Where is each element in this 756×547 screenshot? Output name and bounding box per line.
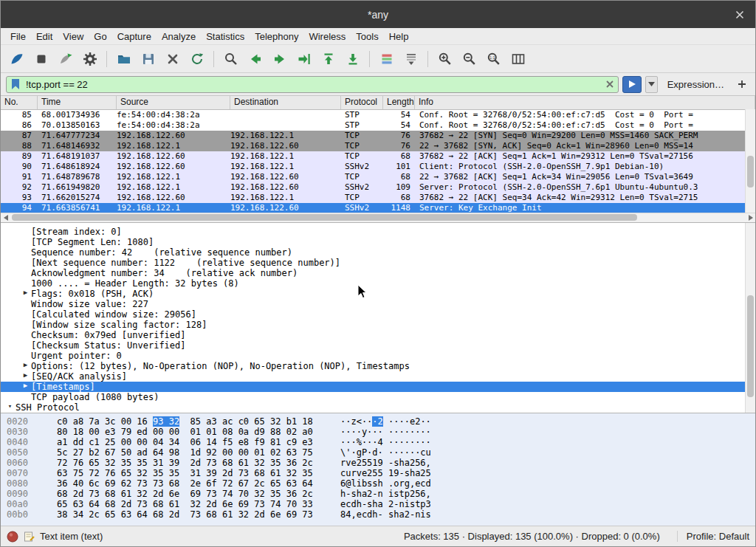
detail-row[interactable]: [Checksum Status: Unverified] (1, 340, 755, 351)
clear-filter-icon[interactable] (605, 80, 614, 89)
expression-button[interactable]: Expression… (662, 79, 730, 90)
hex-bytes[interactable]: 38 34 2c 65 63 64 68 2d 73 68 61 32 2d 6… (57, 509, 321, 520)
scroll-right-arrow[interactable] (746, 213, 755, 222)
capture-comment-icon[interactable] (24, 531, 35, 543)
scrollbar-thumb[interactable] (747, 156, 754, 187)
packet-row[interactable]: 88 71.648146932 192.168.122.1 192.168.12… (1, 141, 755, 151)
reload-file-button[interactable] (187, 49, 207, 69)
expander-icon[interactable] (20, 258, 31, 268)
zoom-in-button[interactable] (435, 49, 455, 69)
scrollbar-thumb[interactable] (12, 214, 637, 221)
hex-ascii[interactable]: ecdh-sha 2-nistp3 (340, 499, 431, 509)
apply-filter-button[interactable] (622, 76, 642, 93)
detail-row[interactable]: [Stream index: 0] (1, 227, 755, 237)
hex-ascii[interactable]: 84,ecdh- sha2-nis (340, 509, 431, 520)
status-profile[interactable]: Profile: Default (677, 531, 749, 542)
details-vscrollbar[interactable] (745, 223, 755, 413)
detail-row[interactable]: SSH Version 2 (encryption:chacha20-poly1… (1, 413, 755, 413)
bookmark-icon[interactable] (10, 78, 21, 90)
expander-icon[interactable]: ▶ (20, 371, 31, 382)
packet-row[interactable]: 85 68.001734936 fe:54:00:d4:38:2a STP 54… (1, 110, 755, 120)
hex-row[interactable]: 0050 5c 27 b2 67 50 ad 64 98 1d 92 00 00… (7, 447, 755, 458)
detail-row[interactable]: Urgent pointer: 0 (1, 351, 755, 361)
column-header-protocol[interactable]: Protocol (341, 96, 383, 109)
open-file-button[interactable] (114, 49, 134, 69)
find-packet-button[interactable] (221, 49, 241, 69)
expander-icon[interactable] (20, 247, 31, 258)
column-header-source[interactable]: Source (117, 96, 230, 109)
capture-stop-button[interactable] (31, 49, 51, 69)
hex-bytes[interactable]: 63 75 72 76 65 32 35 35 31 39 2d 73 68 6… (57, 468, 321, 478)
expander-icon[interactable]: ▶ (20, 382, 31, 392)
expander-icon[interactable] (20, 320, 31, 330)
detail-row[interactable]: Acknowledgment number: 34 (relative ack … (1, 268, 755, 278)
hex-row[interactable]: 0070 63 75 72 76 65 32 35 35 31 39 2d 73… (7, 468, 755, 478)
hex-ascii[interactable]: ··z<···2 ····e2·· (340, 416, 431, 427)
detail-row[interactable]: Window size value: 227 (1, 299, 755, 309)
hex-ascii[interactable]: ···%···4 ········ (340, 437, 431, 447)
menu-item[interactable]: Capture (112, 30, 157, 44)
scroll-left-arrow[interactable] (1, 213, 10, 222)
detail-row[interactable]: TCP payload (1080 bytes) (1, 392, 755, 402)
close-window-button[interactable] (732, 1, 748, 28)
hex-bytes[interactable]: 36 40 6c 69 62 73 73 68 2e 6f 72 67 2c 6… (57, 478, 321, 489)
go-last-button[interactable] (343, 49, 362, 69)
column-header-no[interactable]: No. (1, 96, 38, 109)
hex-row[interactable]: 0090 68 2d 73 68 61 32 2d 6e 69 73 74 70… (7, 489, 755, 499)
packet-row[interactable]: 90 71.648618924 192.168.122.60 192.168.1… (1, 162, 755, 172)
detail-row[interactable]: ▶ [Timestamps] (1, 382, 755, 392)
close-file-button[interactable] (162, 49, 182, 69)
hex-row[interactable]: 0020 c0 a8 7a 3c 00 16 93 32 85 a3 ac c0… (7, 416, 755, 427)
expander-icon[interactable] (20, 309, 31, 320)
packet-list-hscrollbar[interactable] (1, 213, 755, 222)
expander-icon[interactable] (20, 278, 31, 289)
hex-row[interactable]: 00b0 38 34 2c 65 63 64 68 2d 73 68 61 32… (7, 509, 755, 520)
menu-item[interactable]: Analyze (157, 30, 201, 44)
expander-icon[interactable] (20, 299, 31, 309)
display-filter-input[interactable] (24, 78, 602, 91)
title-bar[interactable]: *any (1, 1, 755, 28)
hex-bytes[interactable]: a1 dd c1 25 00 00 04 34 06 14 f5 e8 f9 8… (57, 437, 321, 447)
menu-item[interactable]: View (58, 30, 89, 44)
menu-item[interactable]: Wireless (303, 30, 351, 44)
add-filter-button[interactable] (734, 77, 750, 92)
go-back-button[interactable] (245, 49, 265, 69)
detail-row[interactable]: ▶ Options: (12 bytes), No-Operation (NOP… (1, 361, 755, 371)
expander-icon[interactable] (20, 268, 31, 278)
packet-row[interactable]: 89 71.648191037 192.168.122.60 192.168.1… (1, 151, 755, 162)
resize-columns-button[interactable] (508, 49, 528, 69)
packet-row[interactable]: 86 70.013850163 fe:54:00:d4:38:2a STP 54… (1, 120, 755, 131)
hex-ascii[interactable]: \'·gP·d· ······cu (340, 447, 431, 458)
detail-row[interactable]: ▶ Flags: 0x018 (PSH, ACK) (1, 289, 755, 299)
packet-row[interactable]: 87 71.647777234 192.168.122.60 192.168.1… (1, 131, 755, 141)
hex-bytes[interactable]: 65 63 64 68 2d 73 68 61 32 2d 6e 69 73 7… (57, 499, 321, 509)
column-header-length[interactable]: Length (383, 96, 415, 109)
expander-icon[interactable] (20, 351, 31, 361)
go-first-button[interactable] (318, 49, 338, 69)
expander-icon[interactable]: ▶ (20, 361, 31, 371)
hex-row[interactable]: 0040 a1 dd c1 25 00 00 04 34 06 14 f5 e8… (7, 437, 755, 447)
column-header-info[interactable]: Info (415, 96, 755, 109)
hex-row[interactable]: 00a0 65 63 64 68 2d 73 68 61 32 2d 6e 69… (7, 499, 755, 509)
hex-bytes[interactable]: 72 76 65 32 35 35 31 39 2d 73 68 61 32 3… (57, 458, 321, 468)
go-to-packet-button[interactable] (294, 49, 314, 69)
detail-row[interactable]: [Window size scaling factor: 128] (1, 320, 755, 330)
menu-item[interactable]: Statistics (201, 30, 250, 44)
packet-row[interactable]: 93 71.662015274 192.168.122.60 192.168.1… (1, 193, 755, 203)
expander-icon[interactable]: ▾ (4, 402, 16, 413)
detail-row[interactable]: [Calculated window size: 29056] (1, 309, 755, 320)
hex-row[interactable]: 0030 80 18 00 e3 79 ed 00 00 01 01 08 0a… (7, 427, 755, 437)
menu-item[interactable]: Tools (351, 30, 383, 44)
column-header-time[interactable]: Time (38, 96, 117, 109)
zoom-out-button[interactable] (459, 49, 479, 69)
hex-ascii[interactable]: rve25519 -sha256, (340, 458, 431, 468)
detail-row[interactable]: Checksum: 0x79ed [unverified] (1, 330, 755, 340)
detail-row[interactable]: 1000 .... = Header Length: 32 bytes (8) (1, 278, 755, 289)
packet-row[interactable]: 91 71.648789678 192.168.122.1 192.168.12… (1, 172, 755, 182)
expander-icon[interactable] (20, 413, 31, 413)
scrollbar-thumb[interactable] (747, 295, 754, 398)
menu-item[interactable]: Help (384, 30, 414, 44)
auto-scroll-button[interactable] (401, 49, 421, 69)
save-file-button[interactable] (138, 49, 158, 69)
detail-row[interactable]: ▶ [SEQ/ACK analysis] (1, 371, 755, 382)
